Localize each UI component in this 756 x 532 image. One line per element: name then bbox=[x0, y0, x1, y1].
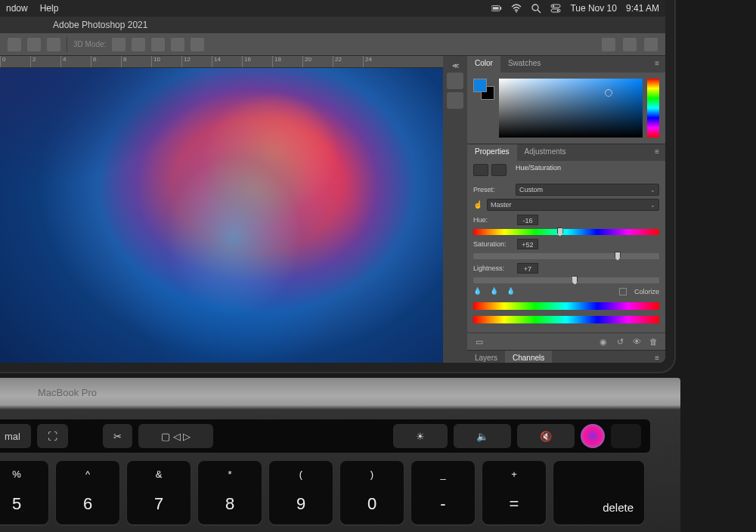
wifi-icon[interactable] bbox=[511, 3, 522, 14]
preset-label: Preset: bbox=[473, 186, 511, 193]
mode-label: 3D Mode: bbox=[73, 40, 106, 48]
saturation-value[interactable]: +52 bbox=[517, 239, 538, 249]
panel-menu-icon[interactable]: ≡ bbox=[649, 144, 665, 161]
keyboard-key[interactable]: += bbox=[482, 461, 546, 524]
saturation-slider[interactable] bbox=[473, 253, 659, 259]
touch-id[interactable] bbox=[611, 424, 641, 448]
history-dock-icon[interactable] bbox=[447, 73, 463, 89]
panel-column: Color Swatches ≡ bbox=[467, 56, 665, 363]
hue-value[interactable]: -16 bbox=[517, 215, 538, 225]
mask-icon[interactable] bbox=[491, 164, 507, 176]
menubar-date[interactable]: Tue Nov 10 bbox=[570, 3, 617, 14]
laptop-screen: ndow Help Tue Nov 10 9:41 AM Adobe Photo… bbox=[0, 0, 665, 363]
reset-icon[interactable]: ↺ bbox=[614, 336, 626, 347]
keyboard-key[interactable]: (9 bbox=[269, 461, 333, 524]
eyedropper-subtract-icon[interactable]: 💧 bbox=[507, 287, 516, 296]
range-select[interactable]: Master⌄ bbox=[487, 199, 659, 211]
hue-strip[interactable] bbox=[647, 79, 659, 138]
control-center-icon[interactable] bbox=[550, 3, 561, 14]
siri-button[interactable] bbox=[581, 424, 605, 448]
properties-panel: Properties Adjustments ≡ Hue/Saturation … bbox=[467, 144, 665, 351]
hue-label: Hue: bbox=[473, 216, 513, 224]
keyboard-key[interactable]: *8 bbox=[198, 461, 262, 524]
keyboard-key[interactable]: _- bbox=[411, 461, 475, 524]
lightness-label: Lightness: bbox=[473, 264, 513, 272]
delete-key[interactable]: delete bbox=[553, 461, 644, 524]
colorize-label: Colorize bbox=[634, 288, 659, 295]
cursor-tool-icon[interactable] bbox=[8, 38, 21, 51]
color-field[interactable] bbox=[499, 79, 643, 138]
adjustment-type-icon[interactable] bbox=[473, 164, 488, 176]
scale-icon[interactable] bbox=[191, 38, 204, 51]
lightness-slider[interactable] bbox=[473, 277, 659, 283]
svg-point-3 bbox=[516, 11, 517, 13]
keyboard-key[interactable]: )0 bbox=[340, 461, 404, 524]
spotlight-icon[interactable] bbox=[531, 3, 541, 14]
toggle-visibility-icon[interactable]: 👁 bbox=[631, 336, 643, 347]
canvas-area[interactable]: 024681012141618202224 bbox=[0, 56, 467, 363]
svg-rect-7 bbox=[551, 9, 560, 12]
pan-icon[interactable] bbox=[132, 38, 145, 51]
saturation-label: Saturation: bbox=[473, 240, 513, 248]
slide-icon[interactable] bbox=[171, 38, 184, 51]
properties-tab[interactable]: Properties bbox=[467, 144, 517, 161]
swatches-tab[interactable]: Swatches bbox=[500, 56, 548, 73]
orbit-icon[interactable] bbox=[112, 38, 125, 51]
eyedropper-add-icon[interactable]: 💧 bbox=[490, 287, 499, 296]
target-adjust-icon[interactable]: ☝ bbox=[473, 200, 482, 209]
keyboard-key[interactable]: ^6 bbox=[56, 461, 119, 524]
colorize-checkbox[interactable] bbox=[619, 288, 627, 295]
search-icon[interactable] bbox=[602, 38, 615, 51]
macos-menubar: ndow Help Tue Nov 10 9:41 AM bbox=[0, 0, 665, 17]
touchbar-media-controls[interactable]: ▢ ◁ ▷ bbox=[138, 424, 213, 448]
delete-adjustment-icon[interactable]: 🗑 bbox=[647, 336, 659, 347]
touchbar-mode[interactable]: mal bbox=[0, 424, 31, 448]
output-spectrum bbox=[473, 316, 659, 323]
preset-value: Custom bbox=[519, 186, 543, 193]
panel-menu-icon[interactable]: ≡ bbox=[649, 351, 665, 363]
ruler-horizontal: 024681012141618202224 bbox=[0, 56, 467, 68]
rotate-tool-icon[interactable] bbox=[27, 38, 41, 51]
touchbar-screenshot-icon[interactable]: ✂ bbox=[103, 424, 132, 448]
battery-icon[interactable] bbox=[491, 3, 502, 14]
svg-rect-2 bbox=[493, 7, 499, 10]
touchbar-crop-icon[interactable]: ⛶ bbox=[37, 424, 68, 448]
preset-select[interactable]: Custom⌄ bbox=[516, 184, 659, 196]
touchbar-volume-down-icon[interactable]: 🔈 bbox=[454, 424, 511, 448]
menu-window[interactable]: ndow bbox=[6, 3, 28, 14]
view-previous-icon[interactable]: ◉ bbox=[597, 336, 609, 347]
input-spectrum bbox=[473, 302, 659, 310]
layers-tab[interactable]: Layers bbox=[467, 351, 505, 363]
lightness-slider-thumb[interactable] bbox=[572, 276, 578, 285]
channels-tab[interactable]: Channels bbox=[505, 351, 552, 363]
workspace-icon[interactable] bbox=[623, 38, 637, 51]
touchbar-brightness-icon[interactable]: ☀ bbox=[393, 424, 448, 448]
foreground-color[interactable] bbox=[473, 79, 487, 92]
menubar-time[interactable]: 9:41 AM bbox=[626, 3, 659, 14]
hue-slider[interactable] bbox=[473, 229, 659, 235]
keyboard: %5^6&7*8(9)0_-+=delete bbox=[0, 461, 644, 524]
share-icon[interactable] bbox=[644, 38, 658, 51]
roll-icon[interactable] bbox=[151, 38, 165, 51]
hue-slider-thumb[interactable] bbox=[557, 227, 563, 237]
svg-point-9 bbox=[557, 10, 559, 11]
panel-dock: ≪ bbox=[443, 56, 467, 363]
color-tab[interactable]: Color bbox=[467, 56, 500, 73]
keyboard-key[interactable]: &7 bbox=[127, 461, 191, 524]
menu-help[interactable]: Help bbox=[40, 3, 59, 14]
svg-rect-6 bbox=[551, 5, 560, 8]
touchbar-mute-icon[interactable]: 🔇 bbox=[517, 424, 575, 448]
lightness-value[interactable]: +7 bbox=[517, 263, 538, 274]
foreground-background-swatch[interactable] bbox=[473, 79, 494, 100]
svg-point-8 bbox=[553, 5, 554, 7]
eyedropper-icon[interactable]: 💧 bbox=[473, 287, 482, 296]
brushes-dock-icon[interactable] bbox=[447, 92, 463, 109]
collapse-dock-icon[interactable]: ≪ bbox=[452, 62, 459, 70]
clip-to-layer-icon[interactable]: ▭ bbox=[473, 336, 485, 347]
saturation-slider-thumb[interactable] bbox=[615, 252, 621, 261]
keyboard-key[interactable]: %5 bbox=[0, 461, 48, 524]
color-field-marker[interactable] bbox=[605, 89, 612, 97]
adjustments-tab[interactable]: Adjustments bbox=[517, 144, 574, 161]
camera-tool-icon[interactable] bbox=[47, 38, 60, 51]
panel-menu-icon[interactable]: ≡ bbox=[649, 56, 665, 73]
